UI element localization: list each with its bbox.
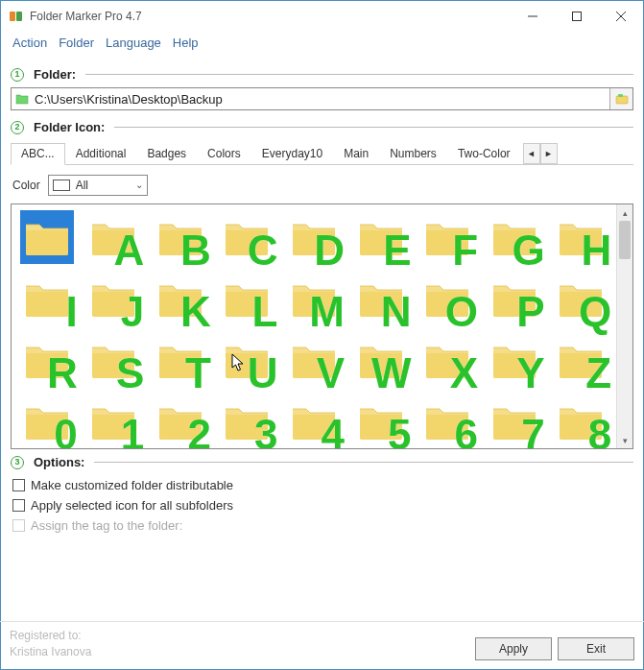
tab-scroll-left[interactable]: ◄ <box>523 143 540 164</box>
menu-help[interactable]: Help <box>173 36 199 50</box>
folder-letter: Y <box>516 352 542 395</box>
icon-cell-U[interactable]: U <box>214 329 281 391</box>
scroll-thumb[interactable] <box>619 221 631 259</box>
menu-language[interactable]: Language <box>106 36 161 50</box>
tab-scroll-right[interactable]: ► <box>540 143 558 164</box>
icon-cell-B[interactable]: B <box>147 206 214 268</box>
checkbox-distributable[interactable] <box>12 479 25 491</box>
icon-cell-P[interactable]: P <box>481 268 548 329</box>
icon-cell-7[interactable]: 7 <box>481 391 548 448</box>
icon-cell-R[interactable]: R <box>13 329 81 391</box>
tab-abc[interactable]: ABC... <box>11 143 65 165</box>
checkbox-assign-tag <box>12 519 25 532</box>
minimize-button[interactable] <box>511 1 555 32</box>
icon-cell-M[interactable]: M <box>280 268 347 329</box>
folder-letter: W <box>371 352 410 395</box>
icon-cell-W[interactable]: W <box>347 329 415 391</box>
exit-button[interactable]: Exit <box>558 637 634 660</box>
checkbox-subfolders[interactable] <box>12 499 25 512</box>
icon-cell-2[interactable]: 2 <box>147 391 214 448</box>
icon-cell-D[interactable]: D <box>280 206 347 268</box>
folder-letter: A <box>114 229 143 272</box>
option-assign-tag-label: Assign the tag to the folder: <box>31 518 182 533</box>
icon-cell-E[interactable]: E <box>347 206 415 268</box>
registration-info: Registered to: Kristina Ivanova <box>10 628 469 660</box>
color-filter-select[interactable]: All ⌄ <box>48 175 148 196</box>
maximize-button[interactable] <box>555 1 599 32</box>
app-icon <box>9 9 24 24</box>
tab-numbers[interactable]: Numbers <box>379 143 447 165</box>
registered-to-label: Registered to: <box>10 628 469 644</box>
icon-cell-H[interactable]: H <box>547 206 614 268</box>
icon-cell-C[interactable]: C <box>214 206 281 268</box>
folder-letter: O <box>445 291 476 333</box>
option-distributable[interactable]: Make customized folder distributable <box>11 475 633 495</box>
color-filter-row: Color All ⌄ <box>12 175 632 196</box>
folder-letter: X <box>450 352 476 395</box>
folder-letter: Q <box>579 291 609 333</box>
folder-letter: 0 <box>54 414 75 448</box>
icon-cell-F[interactable]: F <box>414 206 481 268</box>
svg-rect-0 <box>10 12 15 21</box>
scroll-down-arrow[interactable]: ▾ <box>617 432 632 448</box>
folder-letter: P <box>516 291 542 333</box>
tab-colors[interactable]: Colors <box>197 143 251 165</box>
divider <box>94 462 633 463</box>
scroll-up-arrow[interactable]: ▴ <box>617 204 632 221</box>
menu-action[interactable]: Action <box>12 36 47 50</box>
tab-two-color[interactable]: Two-Color <box>447 143 521 165</box>
icon-cell-G[interactable]: G <box>481 206 548 268</box>
folder-letter: R <box>47 352 76 395</box>
folder-letter: F <box>452 229 476 272</box>
folder-letter: 4 <box>322 414 343 448</box>
folder-letter: C <box>248 229 276 272</box>
tab-additional[interactable]: Additional <box>65 143 137 165</box>
step-badge-2: 2 <box>11 121 24 134</box>
icon-cell-N[interactable]: N <box>347 268 415 329</box>
icon-cell-0[interactable]: 0 <box>13 391 81 448</box>
vertical-scrollbar[interactable]: ▴ ▾ <box>616 204 632 448</box>
icon-cell-plain[interactable] <box>13 206 81 268</box>
icon-cell-J[interactable]: J <box>81 268 148 329</box>
browse-button[interactable] <box>609 88 632 109</box>
icon-cell-Z[interactable]: Z <box>547 329 614 391</box>
icon-cell-I[interactable]: I <box>13 268 81 329</box>
icon-cell-S[interactable]: S <box>81 329 148 391</box>
folder-path-input[interactable] <box>31 88 609 109</box>
option-subfolders[interactable]: Apply selected icon for all subfolders <box>11 495 633 515</box>
folder-letter: J <box>121 291 142 333</box>
section-icon-header: 2 Folder Icon: <box>11 120 633 134</box>
icon-cell-K[interactable]: K <box>147 268 214 329</box>
icon-cell-O[interactable]: O <box>414 268 481 329</box>
icon-cell-V[interactable]: V <box>280 329 347 391</box>
tabs-row: ABC... Additional Badges Colors Everyday… <box>11 142 633 165</box>
divider <box>85 74 633 75</box>
icon-cell-3[interactable]: 3 <box>214 391 281 448</box>
step-badge-1: 1 <box>11 68 24 82</box>
apply-button[interactable]: Apply <box>475 637 552 660</box>
svg-rect-6 <box>616 96 628 104</box>
icon-grid-container: A B C D E F G H I J K L M N O P Q R S <box>11 203 633 449</box>
icon-cell-8[interactable]: 8 <box>547 391 614 448</box>
icon-cell-5[interactable]: 5 <box>347 391 415 448</box>
icon-cell-4[interactable]: 4 <box>280 391 347 448</box>
color-filter-value: All <box>76 179 88 192</box>
icon-cell-Y[interactable]: Y <box>481 329 548 391</box>
icon-cell-Q[interactable]: Q <box>547 268 614 329</box>
close-button[interactable] <box>599 1 643 32</box>
menu-folder[interactable]: Folder <box>59 36 94 50</box>
folder-letter: T <box>185 352 209 395</box>
icon-cell-T[interactable]: T <box>147 329 214 391</box>
folder-letter: V <box>317 352 343 395</box>
tab-main[interactable]: Main <box>333 143 379 165</box>
tab-everyday10[interactable]: Everyday10 <box>251 143 333 165</box>
icon-cell-A[interactable]: A <box>81 206 148 268</box>
icon-cell-X[interactable]: X <box>414 329 481 391</box>
folder-letter: U <box>248 352 276 395</box>
registered-to-name: Kristina Ivanova <box>10 644 469 660</box>
icon-cell-6[interactable]: 6 <box>414 391 481 448</box>
svg-rect-3 <box>573 12 582 21</box>
icon-cell-L[interactable]: L <box>214 268 281 329</box>
icon-cell-1[interactable]: 1 <box>81 391 148 448</box>
tab-badges[interactable]: Badges <box>136 143 197 165</box>
